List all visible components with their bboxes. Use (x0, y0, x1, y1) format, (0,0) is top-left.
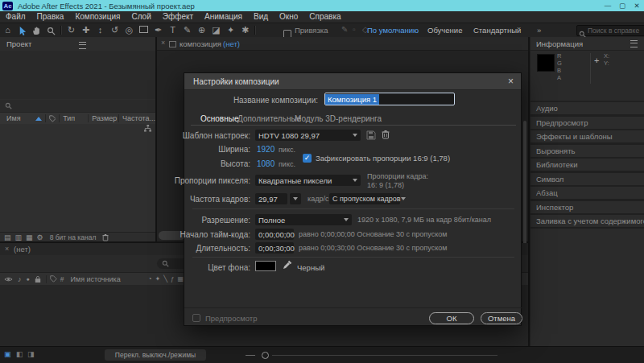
dolly-camera-tool-icon[interactable]: ↕ (95, 23, 105, 37)
composition-name-input[interactable]: Композиция 1 (324, 93, 455, 105)
snapping-option-icon[interactable]: ▫ (353, 25, 356, 34)
panel-tab-effects-presets[interactable]: Эффекты и шаблоны (530, 130, 644, 142)
home-tool-icon[interactable]: ⌂ (2, 23, 13, 37)
quality-icon[interactable]: ╲ (163, 275, 167, 283)
close-window-button[interactable]: ✕ (630, 0, 644, 11)
column-framerate[interactable]: Частота... (122, 114, 155, 122)
bit-depth-label[interactable]: 8 бит на канал (50, 233, 97, 241)
label-color-icon[interactable] (50, 275, 57, 283)
timeline-tab[interactable]: (нет) (14, 245, 31, 254)
interpret-footage-icon[interactable]: ▤ (4, 233, 11, 241)
close-panel-icon[interactable]: × (161, 39, 165, 47)
audio-column-icon[interactable]: ♪ (18, 275, 22, 283)
snapping-label[interactable]: Привязка (295, 25, 328, 35)
sort-ascending-icon[interactable] (35, 117, 42, 121)
lock-aspect-checkbox[interactable]: ✓ (303, 154, 312, 163)
maximize-button[interactable]: ▢ (615, 0, 630, 11)
tab-3d-renderer[interactable]: Модуль 3D-рендеринга (295, 114, 382, 123)
panel-tab-preview[interactable]: Предпросмотр (530, 117, 644, 129)
workspace-tab-standard[interactable]: Стандартный (473, 25, 521, 35)
menu-composition[interactable]: Композиция (69, 11, 126, 23)
tab-basic[interactable]: Основные (200, 114, 238, 123)
info-panel-header[interactable]: Информация (530, 37, 644, 50)
start-timecode-input[interactable]: 0;00;00;00 (255, 229, 294, 240)
menu-window[interactable]: Окно (274, 11, 303, 23)
trash-icon[interactable] (102, 233, 109, 241)
shy-icon[interactable]: ◔ (148, 275, 152, 283)
panel-menu-icon[interactable] (79, 42, 86, 49)
zoom-tool-icon[interactable] (46, 23, 56, 37)
menu-effect[interactable]: Эффект (157, 11, 199, 23)
menu-help[interactable]: Справка (303, 11, 346, 23)
column-name[interactable]: Имя (6, 114, 21, 122)
delete-preset-icon[interactable] (382, 130, 390, 139)
menu-layer[interactable]: Слой (126, 11, 156, 23)
panel-tab-character[interactable]: Символ (530, 173, 644, 185)
preview-checkbox[interactable] (192, 314, 200, 322)
rotation-tool-icon[interactable]: ↺ (109, 23, 120, 37)
close-icon[interactable]: × (508, 76, 514, 87)
column-type[interactable]: Тип (63, 114, 75, 122)
video-visibility-icon[interactable] (4, 276, 13, 283)
new-composition-icon[interactable]: ▦ (26, 233, 33, 241)
panel-tab-paragraph[interactable]: Абзац (530, 187, 644, 199)
minimize-button[interactable]: — (601, 0, 615, 11)
layer-number-column[interactable]: # (60, 275, 64, 283)
timeline-zoom-slider-knob[interactable] (262, 352, 269, 359)
height-value[interactable]: 1080 (257, 159, 275, 168)
toggle-inout-panes-icon[interactable]: ◨ (27, 350, 35, 358)
menu-edit[interactable]: Правка (31, 11, 70, 23)
solo-column-icon[interactable]: ● (27, 276, 30, 282)
orbit-camera-tool-icon[interactable]: ↻ (66, 23, 76, 37)
pen-tool-icon[interactable]: ✒ (153, 23, 163, 37)
project-search-row[interactable] (0, 100, 155, 112)
source-name-column[interactable]: Имя источника (70, 275, 120, 283)
dialog-title-bar[interactable]: Настройки композиции × (184, 73, 521, 90)
type-tool-icon[interactable]: T (167, 23, 178, 37)
selection-tool-icon[interactable] (17, 23, 27, 37)
panel-tab-content-aware-fill[interactable]: Заливка с учетом содержимого (530, 215, 644, 227)
pixel-aspect-dropdown[interactable]: Квадратные пиксели (255, 175, 361, 186)
panel-tab-align[interactable]: Выровнять (530, 145, 644, 157)
lock-aspect-label[interactable]: Зафиксировать пропорции 16:9 (1,78) (316, 154, 450, 163)
drop-frame-dropdown[interactable]: С пропуском кадров (329, 193, 400, 204)
background-color-swatch[interactable] (255, 261, 276, 271)
workspace-tab-default[interactable]: По умолчанию (367, 25, 419, 35)
frame-blend-icon[interactable]: ▦ (178, 275, 184, 283)
help-search-input[interactable] (576, 25, 644, 36)
cancel-button[interactable]: Отмена (481, 312, 522, 324)
panel-menu-icon[interactable] (630, 40, 638, 47)
preset-dropdown[interactable]: HDTV 1080 29,97 (255, 130, 361, 141)
close-panel-icon[interactable]: × (5, 245, 9, 253)
project-panel-tab[interactable]: Проект (6, 39, 31, 48)
panel-tab-libraries[interactable]: Библиотеки (530, 159, 644, 171)
width-value[interactable]: 1920 (257, 145, 275, 154)
label-color-icon[interactable] (49, 115, 56, 122)
workspace-overflow-icon[interactable]: » (537, 25, 541, 35)
frame-rate-input[interactable]: 29,97 (255, 193, 287, 204)
duration-input[interactable]: 0;00;30;00 (255, 242, 294, 254)
column-size[interactable]: Размер (92, 114, 117, 122)
toggle-layer-switches-icon[interactable]: ▣ (4, 350, 11, 358)
resolution-dropdown[interactable]: Полное (255, 214, 352, 225)
clone-stamp-tool-icon[interactable]: ⊕ (196, 23, 207, 37)
panel-lock-icon[interactable] (169, 41, 176, 47)
menu-view[interactable]: Вид (248, 11, 274, 23)
project-settings-icon[interactable]: ⚙ (37, 233, 43, 241)
fx-icon[interactable]: ƒ (171, 275, 174, 283)
eraser-tool-icon[interactable]: ◪ (211, 23, 221, 37)
menu-animation[interactable]: Анимация (199, 11, 248, 23)
panel-tab-tracker[interactable]: Инспектор (530, 201, 644, 213)
timeline-zoom-slider-track[interactable] (272, 355, 497, 356)
frame-rate-dropdown-button[interactable] (290, 193, 301, 204)
puppet-pin-tool-icon[interactable]: ✱ (240, 23, 250, 37)
composition-viewer-tab[interactable]: композиция (180, 39, 221, 48)
eyedropper-icon[interactable] (283, 260, 292, 270)
pan-camera-tool-icon[interactable]: ✚ (80, 23, 91, 37)
project-flowchart-icon[interactable] (144, 125, 151, 132)
zoom-out-icon[interactable] (246, 355, 255, 356)
pan-behind-tool-icon[interactable]: ◎ (124, 23, 134, 37)
save-preset-icon[interactable] (366, 130, 376, 140)
new-folder-icon[interactable]: ▥ (15, 233, 23, 241)
menu-file[interactable]: Файл (0, 11, 31, 23)
